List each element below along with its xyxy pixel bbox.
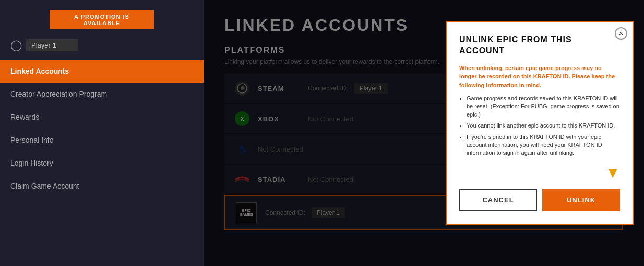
- cancel-button[interactable]: CANCEL: [459, 189, 537, 211]
- sidebar: A PROMOTION IS AVAILABLE ◯ Player 1 Link…: [0, 0, 204, 266]
- modal-arrow: ▼: [459, 165, 620, 181]
- modal-close-button[interactable]: ×: [615, 27, 627, 40]
- nav-menu: Linked Accounts Creator Appreciation Pro…: [0, 60, 204, 198]
- user-name: Player 1: [26, 39, 78, 51]
- main-content: LINKED ACCOUNTS PLATFORMS Linking your p…: [204, 0, 644, 266]
- modal-bullet-1: Game progress and records saved to this …: [467, 95, 620, 119]
- modal-warning: When unlinking, certain epic game progre…: [459, 64, 620, 90]
- promo-banner[interactable]: A PROMOTION IS AVAILABLE: [50, 10, 154, 29]
- sidebar-item-login-history[interactable]: Login History: [0, 152, 204, 175]
- sidebar-item-rewards[interactable]: Rewards: [0, 106, 204, 129]
- modal-down-arrow-icon: ▼: [605, 165, 620, 181]
- modal-buttons: CANCEL UNLINK: [459, 189, 620, 211]
- modal-bullet-2: You cannot link another epic account to …: [467, 122, 620, 130]
- modal-bullet-3: If you're signed in to this KRAFTON ID w…: [467, 133, 620, 157]
- user-icon: ◯: [10, 39, 22, 51]
- sidebar-item-personal-info[interactable]: Personal Info: [0, 129, 204, 152]
- sidebar-item-creator-appreciation[interactable]: Creator Appreciation Program: [0, 83, 204, 106]
- modal-title: UNLINK EPIC FROM THIS ACCOUNT: [459, 34, 620, 56]
- user-row: ◯ Player 1: [0, 34, 204, 60]
- sidebar-item-claim-game-account[interactable]: Claim Game Account: [0, 175, 204, 198]
- unlink-button[interactable]: UNLINK: [542, 189, 620, 211]
- unlink-modal: × UNLINK EPIC FROM THIS ACCOUNT When unl…: [446, 21, 634, 225]
- modal-bullets: Game progress and records saved to this …: [467, 95, 620, 157]
- sidebar-item-linked-accounts[interactable]: Linked Accounts: [0, 60, 204, 83]
